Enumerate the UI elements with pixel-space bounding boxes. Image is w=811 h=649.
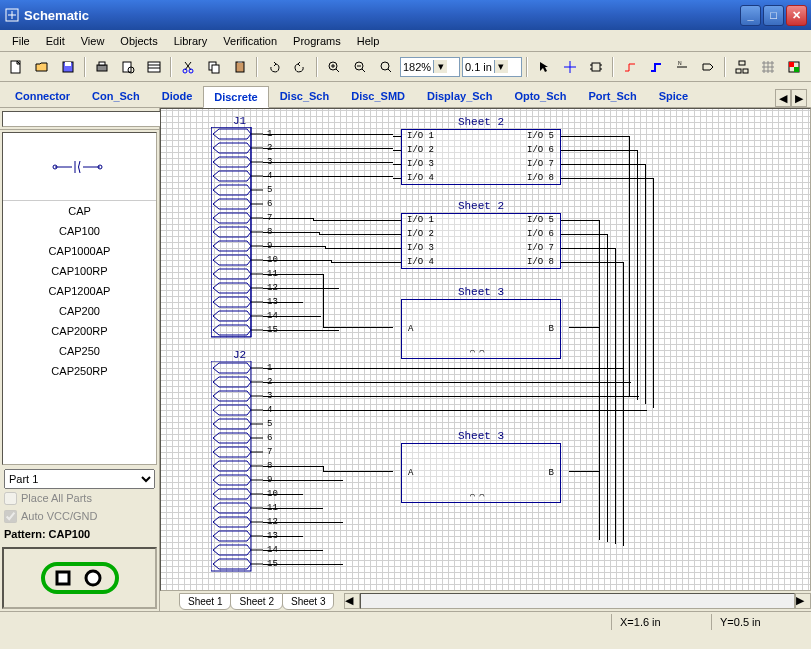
svg-rect-55 (57, 572, 69, 584)
svg-line-27 (388, 69, 391, 72)
pin-label: 6 (267, 433, 272, 443)
new-button[interactable] (4, 55, 28, 79)
list-item[interactable]: CAP100RP (3, 261, 156, 281)
pin-label: 7 (267, 447, 272, 457)
svg-rect-47 (789, 62, 794, 67)
svg-rect-7 (99, 62, 105, 65)
grid-tool[interactable] (756, 55, 780, 79)
save-button[interactable] (56, 55, 80, 79)
hscroll-left[interactable]: ◀ (344, 593, 360, 609)
list-item[interactable]: CAP250RP (3, 361, 156, 381)
sheet-tab-2[interactable]: Sheet 2 (230, 593, 282, 610)
minimize-button[interactable]: _ (740, 5, 761, 26)
menu-programs[interactable]: Programs (285, 33, 349, 49)
component-tool[interactable] (584, 55, 608, 79)
tab-opto-sch[interactable]: Opto_Sch (503, 85, 577, 107)
svg-line-24 (362, 69, 365, 72)
bus-tool[interactable] (644, 55, 668, 79)
tab-disc-sch[interactable]: Disc_Sch (269, 85, 341, 107)
sheet-3b-title: Sheet 3 (402, 430, 560, 442)
grid-combo[interactable]: 0.1 in▾ (462, 57, 522, 77)
tab-display-sch[interactable]: Display_Sch (416, 85, 503, 107)
redo-button[interactable] (288, 55, 312, 79)
title-bar: Schematic _ □ ✕ (0, 0, 811, 30)
sheet-tab-3[interactable]: Sheet 3 (282, 593, 334, 610)
tab-discrete[interactable]: Discrete (203, 86, 268, 108)
paste-button[interactable] (228, 55, 252, 79)
io-port: I/O 1 (407, 131, 434, 141)
search-input[interactable] (2, 111, 173, 127)
tab-connector[interactable]: Connector (4, 85, 81, 107)
auto-vcc-label: Auto VCC/GND (21, 510, 97, 522)
preview-button[interactable] (116, 55, 140, 79)
zoom-value: 182% (403, 61, 431, 73)
place-all-checkbox[interactable] (4, 492, 17, 505)
svg-rect-38 (736, 69, 741, 73)
close-button[interactable]: ✕ (786, 5, 807, 26)
io-port: I/O 6 (527, 145, 554, 155)
list-item[interactable]: CAP200 (3, 301, 156, 321)
open-button[interactable] (30, 55, 54, 79)
tab-disc-smd[interactable]: Disc_SMD (340, 85, 416, 107)
port-tool[interactable] (696, 55, 720, 79)
menu-edit[interactable]: Edit (38, 33, 73, 49)
zoom-out-button[interactable] (348, 55, 372, 79)
hierarchy-tool[interactable] (730, 55, 754, 79)
menu-view[interactable]: View (73, 33, 113, 49)
menu-file[interactable]: File (4, 33, 38, 49)
tab-diode[interactable]: Diode (151, 85, 204, 107)
titleblock-button[interactable] (142, 55, 166, 79)
arrow-tool[interactable] (532, 55, 556, 79)
tab-spice[interactable]: Spice (648, 85, 699, 107)
window-title: Schematic (24, 8, 738, 23)
status-x: X=1.6 in (611, 614, 711, 630)
zoom-in-button[interactable] (322, 55, 346, 79)
menu-library[interactable]: Library (166, 33, 216, 49)
hscroll-track[interactable] (360, 593, 795, 609)
net-tool[interactable]: N (670, 55, 694, 79)
svg-rect-6 (97, 65, 107, 71)
schematic-canvas[interactable]: J1 123456789101112131415 J2 123456789101… (160, 108, 811, 591)
list-item[interactable]: CAP100 (3, 221, 156, 241)
list-item[interactable]: CAP1200AP (3, 281, 156, 301)
crosshair-tool[interactable] (558, 55, 582, 79)
zoom-combo[interactable]: 182%▾ (400, 57, 460, 77)
tab-con-sch[interactable]: Con_Sch (81, 85, 151, 107)
io-port: I/O 3 (407, 243, 434, 253)
app-icon (4, 7, 20, 23)
list-item[interactable]: CAP200RP (3, 321, 156, 341)
maximize-button[interactable]: □ (763, 5, 784, 26)
place-all-label: Place All Parts (21, 492, 92, 504)
list-item[interactable]: CAP1000AP (3, 241, 156, 261)
copy-button[interactable] (202, 55, 226, 79)
part-select[interactable]: Part 1 (4, 469, 155, 489)
list-item[interactable]: CAP250 (3, 341, 156, 361)
tab-scroll-left[interactable]: ◀ (775, 89, 791, 107)
hscroll-right[interactable]: ▶ (795, 593, 811, 609)
io-port: I/O 3 (407, 159, 434, 169)
sheet-tab-1[interactable]: Sheet 1 (179, 593, 231, 610)
io-port: I/O 7 (527, 159, 554, 169)
undo-button[interactable] (262, 55, 286, 79)
zoom-window-button[interactable] (374, 55, 398, 79)
menu-objects[interactable]: Objects (112, 33, 165, 49)
pin-label: 5 (267, 185, 272, 195)
auto-vcc-checkbox[interactable] (4, 510, 17, 523)
sheet-3a: Sheet 3 A B ⌒ ⌒ (401, 299, 561, 359)
svg-rect-18 (238, 61, 242, 63)
svg-rect-16 (212, 65, 219, 73)
svg-rect-17 (236, 62, 244, 72)
search-row: 🔍 (0, 108, 159, 130)
layers-tool[interactable] (782, 55, 806, 79)
print-button[interactable] (90, 55, 114, 79)
tab-scroll-right[interactable]: ▶ (791, 89, 807, 107)
io-port: I/O 6 (527, 229, 554, 239)
list-item[interactable]: CAP (3, 201, 156, 221)
cut-button[interactable] (176, 55, 200, 79)
wire-tool[interactable] (618, 55, 642, 79)
part-list[interactable]: CAP CAP100 CAP1000AP CAP100RP CAP1200AP … (2, 132, 157, 465)
menu-verification[interactable]: Verification (215, 33, 285, 49)
sheet3a-footer: ⌒ ⌒ (470, 347, 484, 356)
menu-help[interactable]: Help (349, 33, 388, 49)
tab-port-sch[interactable]: Port_Sch (577, 85, 647, 107)
